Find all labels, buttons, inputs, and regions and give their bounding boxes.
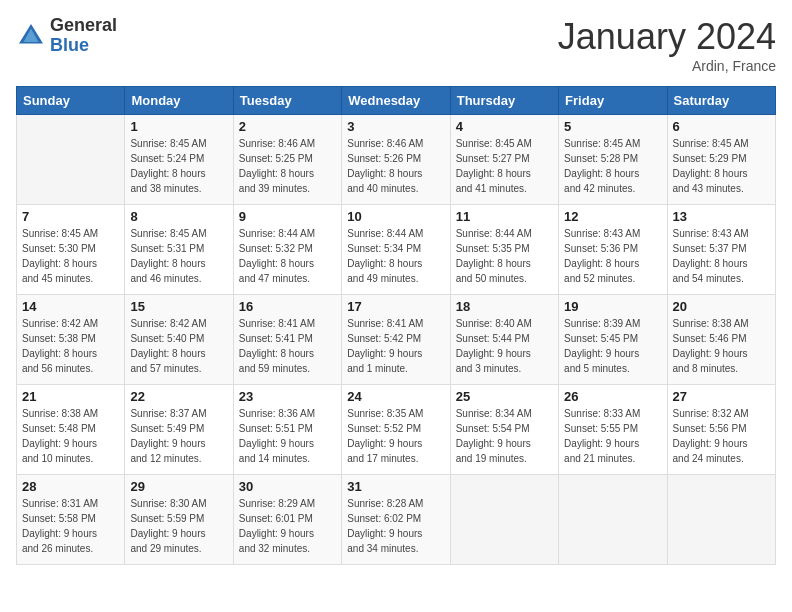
day-info: Sunrise: 8:44 AMSunset: 5:35 PMDaylight:… bbox=[456, 226, 553, 286]
day-info: Sunrise: 8:43 AMSunset: 5:36 PMDaylight:… bbox=[564, 226, 661, 286]
header-wednesday: Wednesday bbox=[342, 87, 450, 115]
day-info: Sunrise: 8:38 AMSunset: 5:48 PMDaylight:… bbox=[22, 406, 119, 466]
calendar-cell bbox=[17, 115, 125, 205]
day-info: Sunrise: 8:44 AMSunset: 5:32 PMDaylight:… bbox=[239, 226, 336, 286]
day-info: Sunrise: 8:35 AMSunset: 5:52 PMDaylight:… bbox=[347, 406, 444, 466]
day-number: 14 bbox=[22, 299, 119, 314]
calendar-cell: 30Sunrise: 8:29 AMSunset: 6:01 PMDayligh… bbox=[233, 475, 341, 565]
day-info: Sunrise: 8:37 AMSunset: 5:49 PMDaylight:… bbox=[130, 406, 227, 466]
calendar-week-4: 28Sunrise: 8:31 AMSunset: 5:58 PMDayligh… bbox=[17, 475, 776, 565]
logo-icon bbox=[16, 21, 46, 51]
header-saturday: Saturday bbox=[667, 87, 775, 115]
day-number: 22 bbox=[130, 389, 227, 404]
day-number: 23 bbox=[239, 389, 336, 404]
day-info: Sunrise: 8:45 AMSunset: 5:29 PMDaylight:… bbox=[673, 136, 770, 196]
day-info: Sunrise: 8:34 AMSunset: 5:54 PMDaylight:… bbox=[456, 406, 553, 466]
calendar-week-3: 21Sunrise: 8:38 AMSunset: 5:48 PMDayligh… bbox=[17, 385, 776, 475]
calendar-week-1: 7Sunrise: 8:45 AMSunset: 5:30 PMDaylight… bbox=[17, 205, 776, 295]
day-number: 16 bbox=[239, 299, 336, 314]
day-number: 4 bbox=[456, 119, 553, 134]
day-number: 21 bbox=[22, 389, 119, 404]
calendar-cell: 25Sunrise: 8:34 AMSunset: 5:54 PMDayligh… bbox=[450, 385, 558, 475]
day-info: Sunrise: 8:44 AMSunset: 5:34 PMDaylight:… bbox=[347, 226, 444, 286]
day-number: 6 bbox=[673, 119, 770, 134]
day-info: Sunrise: 8:45 AMSunset: 5:24 PMDaylight:… bbox=[130, 136, 227, 196]
day-number: 12 bbox=[564, 209, 661, 224]
day-info: Sunrise: 8:42 AMSunset: 5:38 PMDaylight:… bbox=[22, 316, 119, 376]
day-number: 17 bbox=[347, 299, 444, 314]
calendar-cell: 26Sunrise: 8:33 AMSunset: 5:55 PMDayligh… bbox=[559, 385, 667, 475]
calendar-cell: 18Sunrise: 8:40 AMSunset: 5:44 PMDayligh… bbox=[450, 295, 558, 385]
calendar-cell: 27Sunrise: 8:32 AMSunset: 5:56 PMDayligh… bbox=[667, 385, 775, 475]
day-number: 25 bbox=[456, 389, 553, 404]
calendar-cell: 23Sunrise: 8:36 AMSunset: 5:51 PMDayligh… bbox=[233, 385, 341, 475]
calendar-cell bbox=[559, 475, 667, 565]
calendar-cell: 16Sunrise: 8:41 AMSunset: 5:41 PMDayligh… bbox=[233, 295, 341, 385]
calendar-cell: 8Sunrise: 8:45 AMSunset: 5:31 PMDaylight… bbox=[125, 205, 233, 295]
calendar-cell: 19Sunrise: 8:39 AMSunset: 5:45 PMDayligh… bbox=[559, 295, 667, 385]
day-number: 7 bbox=[22, 209, 119, 224]
calendar-cell: 22Sunrise: 8:37 AMSunset: 5:49 PMDayligh… bbox=[125, 385, 233, 475]
day-number: 1 bbox=[130, 119, 227, 134]
day-info: Sunrise: 8:29 AMSunset: 6:01 PMDaylight:… bbox=[239, 496, 336, 556]
calendar-cell bbox=[667, 475, 775, 565]
calendar-week-0: 1Sunrise: 8:45 AMSunset: 5:24 PMDaylight… bbox=[17, 115, 776, 205]
day-number: 31 bbox=[347, 479, 444, 494]
day-info: Sunrise: 8:41 AMSunset: 5:41 PMDaylight:… bbox=[239, 316, 336, 376]
day-number: 18 bbox=[456, 299, 553, 314]
header-tuesday: Tuesday bbox=[233, 87, 341, 115]
day-info: Sunrise: 8:42 AMSunset: 5:40 PMDaylight:… bbox=[130, 316, 227, 376]
day-info: Sunrise: 8:28 AMSunset: 6:02 PMDaylight:… bbox=[347, 496, 444, 556]
day-number: 28 bbox=[22, 479, 119, 494]
day-info: Sunrise: 8:41 AMSunset: 5:42 PMDaylight:… bbox=[347, 316, 444, 376]
calendar-table: Sunday Monday Tuesday Wednesday Thursday… bbox=[16, 86, 776, 565]
day-info: Sunrise: 8:45 AMSunset: 5:27 PMDaylight:… bbox=[456, 136, 553, 196]
calendar-cell: 31Sunrise: 8:28 AMSunset: 6:02 PMDayligh… bbox=[342, 475, 450, 565]
calendar-cell: 4Sunrise: 8:45 AMSunset: 5:27 PMDaylight… bbox=[450, 115, 558, 205]
day-info: Sunrise: 8:45 AMSunset: 5:28 PMDaylight:… bbox=[564, 136, 661, 196]
day-number: 2 bbox=[239, 119, 336, 134]
calendar-cell: 5Sunrise: 8:45 AMSunset: 5:28 PMDaylight… bbox=[559, 115, 667, 205]
day-number: 8 bbox=[130, 209, 227, 224]
calendar-cell: 21Sunrise: 8:38 AMSunset: 5:48 PMDayligh… bbox=[17, 385, 125, 475]
calendar-cell: 14Sunrise: 8:42 AMSunset: 5:38 PMDayligh… bbox=[17, 295, 125, 385]
logo: General Blue bbox=[16, 16, 117, 56]
month-title: January 2024 bbox=[558, 16, 776, 58]
calendar-cell: 13Sunrise: 8:43 AMSunset: 5:37 PMDayligh… bbox=[667, 205, 775, 295]
page-header: General Blue January 2024 Ardin, France bbox=[16, 16, 776, 74]
calendar-cell: 9Sunrise: 8:44 AMSunset: 5:32 PMDaylight… bbox=[233, 205, 341, 295]
calendar-cell: 1Sunrise: 8:45 AMSunset: 5:24 PMDaylight… bbox=[125, 115, 233, 205]
day-info: Sunrise: 8:33 AMSunset: 5:55 PMDaylight:… bbox=[564, 406, 661, 466]
calendar-cell: 3Sunrise: 8:46 AMSunset: 5:26 PMDaylight… bbox=[342, 115, 450, 205]
header-sunday: Sunday bbox=[17, 87, 125, 115]
day-number: 20 bbox=[673, 299, 770, 314]
calendar-cell: 20Sunrise: 8:38 AMSunset: 5:46 PMDayligh… bbox=[667, 295, 775, 385]
calendar-cell: 29Sunrise: 8:30 AMSunset: 5:59 PMDayligh… bbox=[125, 475, 233, 565]
day-number: 13 bbox=[673, 209, 770, 224]
day-number: 9 bbox=[239, 209, 336, 224]
calendar-cell: 12Sunrise: 8:43 AMSunset: 5:36 PMDayligh… bbox=[559, 205, 667, 295]
calendar-week-2: 14Sunrise: 8:42 AMSunset: 5:38 PMDayligh… bbox=[17, 295, 776, 385]
day-info: Sunrise: 8:46 AMSunset: 5:26 PMDaylight:… bbox=[347, 136, 444, 196]
day-info: Sunrise: 8:32 AMSunset: 5:56 PMDaylight:… bbox=[673, 406, 770, 466]
day-info: Sunrise: 8:46 AMSunset: 5:25 PMDaylight:… bbox=[239, 136, 336, 196]
calendar-cell: 2Sunrise: 8:46 AMSunset: 5:25 PMDaylight… bbox=[233, 115, 341, 205]
day-number: 3 bbox=[347, 119, 444, 134]
day-info: Sunrise: 8:30 AMSunset: 5:59 PMDaylight:… bbox=[130, 496, 227, 556]
calendar-cell: 10Sunrise: 8:44 AMSunset: 5:34 PMDayligh… bbox=[342, 205, 450, 295]
header-friday: Friday bbox=[559, 87, 667, 115]
day-info: Sunrise: 8:31 AMSunset: 5:58 PMDaylight:… bbox=[22, 496, 119, 556]
header-monday: Monday bbox=[125, 87, 233, 115]
logo-text: General Blue bbox=[50, 16, 117, 56]
calendar-body: 1Sunrise: 8:45 AMSunset: 5:24 PMDaylight… bbox=[17, 115, 776, 565]
header-thursday: Thursday bbox=[450, 87, 558, 115]
day-info: Sunrise: 8:39 AMSunset: 5:45 PMDaylight:… bbox=[564, 316, 661, 376]
calendar-cell: 17Sunrise: 8:41 AMSunset: 5:42 PMDayligh… bbox=[342, 295, 450, 385]
day-number: 19 bbox=[564, 299, 661, 314]
calendar-cell: 24Sunrise: 8:35 AMSunset: 5:52 PMDayligh… bbox=[342, 385, 450, 475]
logo-general: General bbox=[50, 16, 117, 36]
calendar-header: Sunday Monday Tuesday Wednesday Thursday… bbox=[17, 87, 776, 115]
day-info: Sunrise: 8:43 AMSunset: 5:37 PMDaylight:… bbox=[673, 226, 770, 286]
day-number: 27 bbox=[673, 389, 770, 404]
header-row: Sunday Monday Tuesday Wednesday Thursday… bbox=[17, 87, 776, 115]
